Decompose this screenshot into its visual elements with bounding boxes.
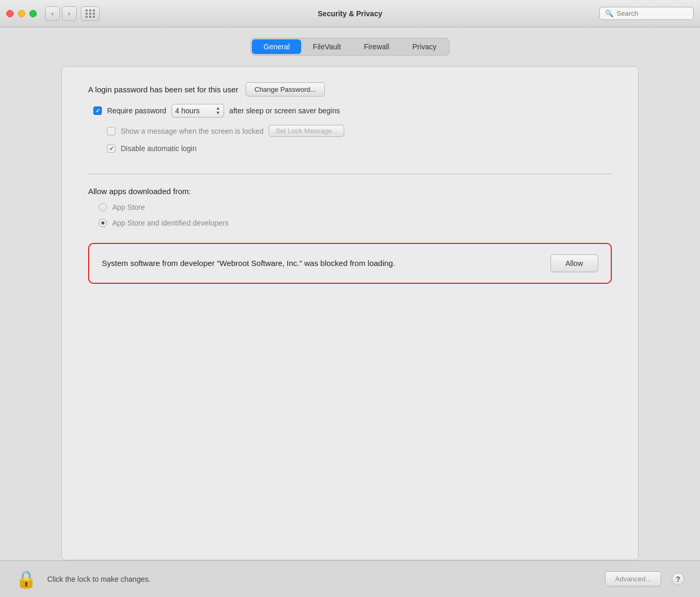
radio-appstore-developers-label: App Store and identified developers xyxy=(112,219,229,227)
traffic-lights xyxy=(6,10,37,17)
tab-firewall[interactable]: Firewall xyxy=(353,39,401,54)
checkmark-icon: ✓ xyxy=(96,108,100,114)
blocked-software-message: System software from developer “Webroot … xyxy=(102,258,395,270)
radio-appstore-developers[interactable] xyxy=(99,219,107,227)
after-sleep-label: after sleep or screen saver begins xyxy=(229,106,340,115)
tab-filevault[interactable]: FileVault xyxy=(301,39,352,54)
close-button[interactable] xyxy=(6,10,14,17)
stepper-icon: ▲ ▼ xyxy=(216,106,220,115)
search-input[interactable] xyxy=(617,9,688,17)
search-icon: 🔍 xyxy=(605,9,613,17)
radio-appstore-developers-row: App Store and identified developers xyxy=(99,219,612,227)
grid-button[interactable] xyxy=(81,6,100,21)
require-password-row: ✓ Require password 4 hours ▲ ▼ after sle… xyxy=(93,104,612,118)
forward-button[interactable]: › xyxy=(62,6,77,21)
password-label: A login password has been set for this u… xyxy=(88,85,238,94)
password-row: A login password has been set for this u… xyxy=(88,82,612,97)
radio-appstore-row: App Store xyxy=(99,203,612,211)
tabs: General FileVault Firewall Privacy xyxy=(250,38,449,56)
disable-autologin-checkbox[interactable]: ✓ xyxy=(107,144,115,153)
allow-button[interactable]: Allow xyxy=(550,254,598,272)
allow-section: Allow apps downloaded from: App Store Ap… xyxy=(88,187,612,284)
radio-selected-dot xyxy=(101,221,104,225)
allow-section-title: Allow apps downloaded from: xyxy=(88,187,612,196)
disable-autologin-label: Disable automatic login xyxy=(121,144,197,153)
search-box[interactable]: 🔍 xyxy=(599,7,694,20)
tab-privacy[interactable]: Privacy xyxy=(401,39,448,54)
hours-select[interactable]: 4 hours ▲ ▼ xyxy=(172,104,224,118)
titlebar: ‹ › Security & Privacy 🔍 xyxy=(0,0,700,27)
blocked-software-box: System software from developer “Webroot … xyxy=(88,243,612,284)
divider xyxy=(88,174,612,174)
window-title: Security & Privacy xyxy=(318,9,383,18)
lock-label: Click the lock to make changes. xyxy=(47,575,595,583)
radio-appstore[interactable] xyxy=(99,203,107,211)
settings-panel: A login password has been set for this u… xyxy=(61,66,639,560)
hours-value: 4 hours xyxy=(175,106,214,115)
help-button[interactable]: ? xyxy=(672,573,684,585)
show-message-label: Show a message when the screen is locked xyxy=(121,127,263,135)
show-message-row: Show a message when the screen is locked… xyxy=(107,125,612,137)
radio-appstore-label: App Store xyxy=(112,203,145,211)
tab-general[interactable]: General xyxy=(252,39,301,54)
require-password-label: Require password xyxy=(107,106,166,115)
checkmark-icon: ✓ xyxy=(109,145,114,152)
footer: 🔒 Click the lock to make changes. Advanc… xyxy=(0,560,700,597)
disable-autologin-row: ✓ Disable automatic login xyxy=(107,144,612,153)
nav-buttons: ‹ › xyxy=(45,6,77,21)
set-lock-message-button[interactable]: Set Lock Message... xyxy=(269,125,344,137)
minimize-button[interactable] xyxy=(18,10,25,17)
password-section: A login password has been set for this u… xyxy=(88,82,612,168)
show-message-checkbox[interactable] xyxy=(107,127,115,135)
lock-icon[interactable]: 🔒 xyxy=(16,569,37,589)
back-button[interactable]: ‹ xyxy=(45,6,60,21)
maximize-button[interactable] xyxy=(29,10,37,17)
advanced-button[interactable]: Advanced... xyxy=(605,571,661,587)
change-password-button[interactable]: Change Password... xyxy=(246,82,325,97)
main-content: General FileVault Firewall Privacy A log… xyxy=(0,27,700,560)
grid-icon xyxy=(86,9,96,18)
require-password-checkbox[interactable]: ✓ xyxy=(93,106,102,115)
